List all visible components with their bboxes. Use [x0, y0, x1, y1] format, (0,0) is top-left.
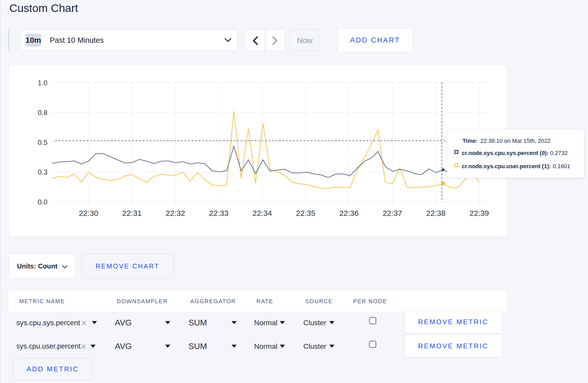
svg-text:22:34: 22:34 — [253, 209, 272, 217]
svg-text:22:33: 22:33 — [209, 209, 228, 217]
svg-text:0.0: 0.0 — [38, 198, 47, 206]
svg-text:22:39: 22:39 — [470, 209, 489, 217]
svg-text:22:37: 22:37 — [383, 209, 402, 217]
svg-text:1.0: 1.0 — [38, 79, 47, 87]
svg-text:22:30: 22:30 — [79, 209, 98, 217]
svg-text:22:32: 22:32 — [166, 209, 185, 217]
svg-text:22:35: 22:35 — [296, 209, 315, 217]
svg-text:22:31: 22:31 — [122, 209, 142, 217]
svg-text:0.3: 0.3 — [38, 168, 47, 176]
svg-text:0.8: 0.8 — [38, 109, 47, 117]
svg-text:22:36: 22:36 — [339, 209, 359, 217]
svg-text:22:38: 22:38 — [426, 209, 446, 217]
svg-text:0.5: 0.5 — [38, 139, 47, 146]
